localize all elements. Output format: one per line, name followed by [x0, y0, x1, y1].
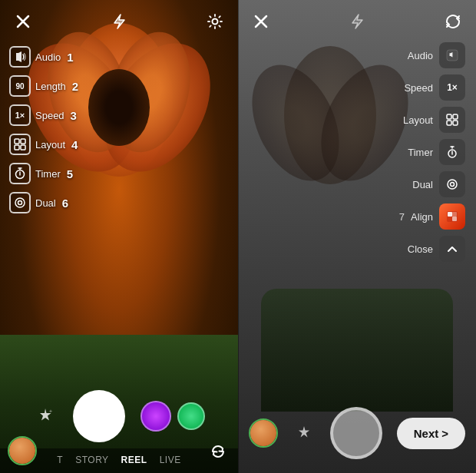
left-avatar[interactable]: [8, 436, 37, 465]
left-side-menu: Audio 1 90 Length 2 1× Speed 3: [9, 46, 78, 213]
timer-num: 5: [67, 167, 73, 180]
left-rotate-button[interactable]: [206, 439, 230, 464]
audio-icon: [9, 46, 31, 68]
tab-reel[interactable]: REEL: [121, 455, 147, 465]
left-bottom-bar: T STORY REEL LIVE: [0, 390, 238, 473]
right-close-button[interactable]: [249, 9, 273, 34]
audio-num: 1: [67, 51, 73, 64]
dual-icon: [9, 192, 31, 213]
right-audio-item[interactable]: Audio: [408, 42, 465, 68]
svg-rect-21: [448, 212, 452, 217]
length-label: Length: [35, 81, 66, 92]
left-settings-button[interactable]: [203, 9, 227, 34]
right-speed-icon: 1×: [439, 74, 465, 101]
right-close-label: Close: [408, 243, 433, 255]
dual-menu-item[interactable]: Dual 6: [9, 192, 78, 213]
right-dual-label: Dual: [412, 179, 433, 190]
next-arrow: >: [441, 427, 448, 440]
length-icon: 90: [9, 75, 31, 97]
next-label: Next: [414, 427, 439, 440]
right-timer-icon: [439, 139, 465, 165]
svg-point-18: [448, 180, 457, 189]
right-timer-item[interactable]: Timer: [408, 139, 465, 165]
right-avatar-image: [250, 420, 276, 446]
effects-buttons: [140, 401, 205, 432]
svg-rect-13: [447, 114, 451, 119]
svg-point-8: [15, 198, 25, 207]
right-avatar[interactable]: [249, 418, 278, 448]
right-speed-label: Speed: [404, 82, 433, 94]
right-align-label: Align: [411, 211, 433, 223]
svg-rect-22: [452, 217, 457, 221]
svg-point-2: [213, 19, 218, 25]
dual-label: Dual: [35, 197, 56, 209]
right-shutter-button[interactable]: [330, 407, 382, 459]
right-align-item[interactable]: 7 Align: [399, 203, 465, 230]
left-close-button[interactable]: [11, 9, 35, 34]
right-camera-panel: Audio Speed 1× Layout: [238, 0, 476, 473]
left-top-bar: [0, 0, 238, 43]
right-dual-icon: [439, 171, 465, 197]
right-align-icon: [439, 203, 465, 230]
right-rotate-button[interactable]: [441, 9, 465, 34]
right-speed-item[interactable]: Speed 1×: [404, 74, 465, 101]
sparkle-button[interactable]: [33, 404, 58, 428]
right-bottom-bar: Next >: [238, 401, 476, 473]
right-close-menu-item[interactable]: Close: [408, 236, 465, 262]
left-shutter-button[interactable]: [73, 390, 125, 442]
length-num: 2: [72, 80, 78, 93]
svg-point-19: [451, 183, 455, 187]
timer-label: Timer: [35, 168, 61, 180]
svg-rect-6: [21, 145, 25, 150]
dual-num: 6: [62, 197, 68, 210]
right-top-bar: [238, 0, 476, 43]
right-camera-row: Next >: [238, 401, 476, 464]
svg-rect-5: [15, 145, 19, 150]
audio-menu-item[interactable]: Audio 1: [9, 46, 78, 68]
layout-icon: [9, 134, 31, 155]
tab-live[interactable]: LIVE: [160, 455, 181, 465]
layout-menu-item[interactable]: Layout 4: [9, 134, 78, 155]
right-flower-bg: [253, 46, 407, 246]
right-dual-item[interactable]: Dual: [412, 171, 465, 197]
right-flash-button[interactable]: [345, 9, 369, 34]
timer-menu-item[interactable]: Timer 5: [9, 163, 78, 184]
right-align-num: 7: [399, 211, 405, 223]
right-audio-label: Audio: [408, 50, 433, 61]
right-side-menu: Audio Speed 1× Layout: [399, 42, 465, 262]
left-camera-panel: Audio 1 90 Length 2 1× Speed 3: [0, 0, 238, 473]
effect-purple-button[interactable]: [140, 401, 171, 432]
right-layout-label: Layout: [403, 114, 433, 126]
effect-green-button[interactable]: [177, 402, 205, 430]
svg-rect-3: [15, 139, 19, 144]
timer-icon: [9, 163, 31, 184]
right-sparkle-button[interactable]: [292, 421, 316, 445]
svg-rect-14: [453, 114, 458, 119]
left-flash-button[interactable]: [107, 9, 131, 34]
right-audio-icon: [439, 42, 465, 68]
tab-story[interactable]: STORY: [75, 455, 108, 465]
right-close-menu-icon: [439, 236, 465, 262]
speed-label: Speed: [35, 110, 64, 121]
speed-menu-item[interactable]: 1× Speed 3: [9, 104, 78, 126]
left-camera-area: [0, 390, 238, 448]
next-button[interactable]: Next >: [397, 418, 465, 449]
avatar-image: [9, 438, 35, 464]
svg-rect-16: [453, 121, 458, 125]
svg-rect-23: [452, 212, 457, 217]
panel-divider: [238, 0, 239, 473]
svg-point-9: [18, 201, 22, 205]
layout-label: Layout: [35, 139, 65, 150]
speed-num: 3: [71, 109, 77, 122]
speed-icon: 1×: [9, 104, 31, 126]
right-layout-icon: [439, 107, 465, 133]
right-leaves: [261, 289, 453, 412]
tab-t[interactable]: T: [57, 455, 63, 465]
right-timer-label: Timer: [408, 147, 433, 158]
audio-label: Audio: [35, 51, 61, 63]
svg-rect-15: [447, 121, 451, 125]
length-menu-item[interactable]: 90 Length 2: [9, 75, 78, 97]
right-layout-item[interactable]: Layout: [403, 107, 465, 133]
svg-rect-4: [21, 139, 25, 144]
layout-num: 4: [71, 138, 78, 151]
